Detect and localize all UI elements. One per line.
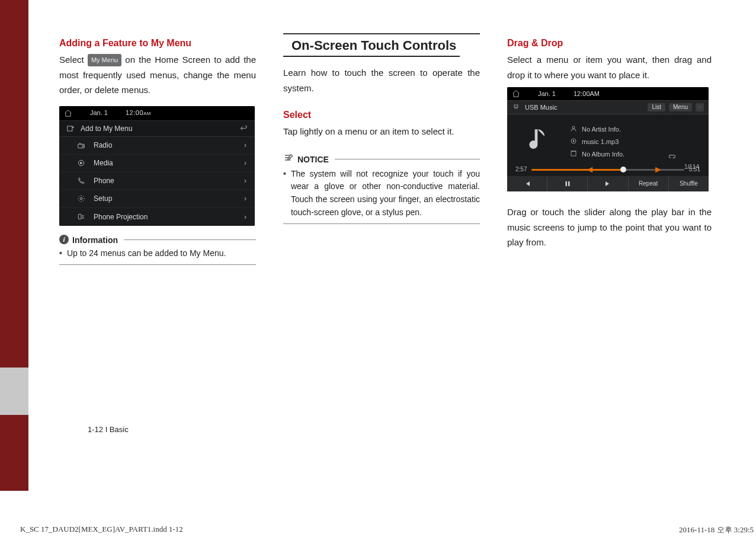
select-heading: Select [283,110,480,120]
menu-row-label: Setup [94,195,112,202]
info-icon: i [59,235,69,244]
chevron-right-icon: › [244,177,246,184]
menu-row-radio: Radio › [59,137,255,155]
shot2-ampm: AM [590,90,600,97]
playback-controls: Repeat Shuffle [507,176,709,191]
repeat-button: Repeat [629,176,669,191]
shot1-date: Jan. 1 [90,110,108,116]
shot2-body: No Artist Info. music 1.mp3 No Album Inf… [507,114,709,191]
column-2: On-Screen Touch Controls Learn how to to… [283,33,480,265]
menu-row-label: Phone [94,177,114,184]
divider [283,223,480,224]
indd-stamp: 2016-11-18 오후 3:29:5 [679,525,754,535]
svg-rect-1 [78,144,85,148]
shot2-date: Jan. 1 [538,91,556,97]
back-icon [696,103,704,111]
repeat-icon [668,152,677,162]
chevron-right-icon: › [244,142,246,149]
col1-body-pre: Select [59,55,88,65]
home-icon [64,109,72,117]
svg-rect-0 [68,126,72,130]
back-icon [239,124,248,133]
svg-rect-12 [568,181,570,186]
notice-text: The system will not recognize your touch… [291,168,480,219]
svg-rect-6 [514,105,518,107]
bullet-icon: • [59,247,62,260]
svg-point-4 [80,197,82,200]
col2-intro: Learn how to touch the screen to operate… [283,65,480,95]
svg-point-7 [572,126,575,129]
shot1-statusbar: Jan. 1 12:00AM [59,106,255,120]
screenshot-usb-music: Jan. 1 12:00AM USB Music List Menu [507,87,709,191]
col1-body: Select My Menu on the Home Screen to add… [59,52,256,98]
indd-file: K_SC 17_DAUD2[MEX_EG]AV_PART1.indd 1-12 [20,525,183,535]
chevron-right-icon: › [244,159,246,167]
drag-drop-body: Select a menu or item you want, then dra… [507,52,712,82]
notice-icon [283,153,294,165]
shuffle-button: Shuffle [669,176,709,191]
shot1-subtitle: Add to My Menu [81,125,132,132]
side-band [0,0,28,491]
notice-bullet: • The system will not recognize your tou… [283,168,480,219]
shot2-list-button: List [648,103,665,111]
notice-label: NOTICE [297,155,329,164]
menu-row-setup: Setup › [59,190,255,208]
media-icon [77,159,85,167]
shot1-time-val: 12:00 [126,109,143,116]
menu-row-label: Phone Projection [94,213,148,221]
progress-bar: 2:57 ◄ ► 5:51 [507,164,709,176]
drag-arrow-right-icon: ► [654,165,663,174]
svg-point-2 [82,145,84,147]
next-button [588,176,628,191]
menu-row-label: Media [94,159,113,167]
side-band-gray [0,368,28,415]
section-title: On-Screen Touch Controls [283,38,460,57]
shot2-titlebar: USB Music List Menu [507,100,709,114]
album-icon [570,150,577,158]
shot2-menu-button: Menu [669,103,692,111]
svg-rect-11 [565,181,567,186]
phone-icon [77,177,85,185]
chevron-right-icon: › [244,195,246,202]
slider-knob [620,167,626,172]
shot2-source: USB Music [525,104,557,111]
track-icon [570,138,577,146]
prev-button [507,176,547,191]
shot2-statusbar: Jan. 1 12:00AM [507,87,709,100]
music-note-icon [521,122,559,159]
shot2-time-val: 12:00 [574,90,590,97]
slider-fill [531,169,623,171]
drag-arrow-left-icon: ◄ [585,165,594,174]
time-elapsed: 2:57 [515,167,527,172]
shot1-titlebar: Add to My Menu [59,120,255,137]
artist-icon [570,125,577,133]
information-label: Information [72,235,118,245]
shot2-time: 12:00AM [574,91,600,97]
indd-footer: K_SC 17_DAUD2[MEX_EG]AV_PART1.indd 1-12 … [20,525,756,535]
bullet-icon: • [283,168,286,219]
divider [59,264,256,265]
projection-icon [77,213,85,221]
select-body: Tap lightly on a menu or an item to sele… [283,124,480,139]
svg-rect-5 [78,214,81,219]
svg-rect-10 [571,151,576,156]
divider [124,239,256,240]
radio-icon [77,141,85,149]
information-bullet: • Up to 24 menus can be added to My Menu… [59,247,256,260]
album-text: No Album Info. [582,151,624,158]
drag-drop-tail: Drag or touch the slider along the play … [507,205,712,250]
usb-icon [512,103,520,111]
gear-icon [77,194,85,203]
track-meta: No Artist Info. music 1.mp3 No Album Inf… [570,125,624,159]
column-3: Drag & Drop Select a menu or item you wa… [507,33,712,265]
shot1-ampm: AM [143,111,151,116]
drag-drop-heading: Drag & Drop [507,38,712,49]
pause-button [547,176,588,191]
menu-row-phone: Phone › [59,172,255,190]
page-footer: 1-12 I Basic [88,425,129,434]
screenshot-add-to-my-menu: Jan. 1 12:00AM Add to My Menu [59,106,255,226]
slider-track: ◄ ► [531,169,684,171]
information-heading: i Information [59,235,256,245]
page: Adding a Feature to My Menu Select My Me… [28,0,756,491]
svg-point-9 [573,140,574,142]
